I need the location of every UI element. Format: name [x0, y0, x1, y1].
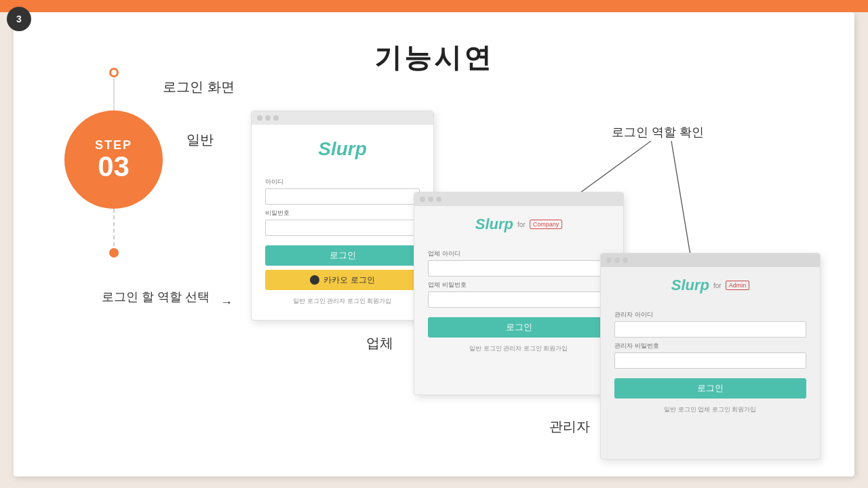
general-id-input[interactable] [265, 188, 420, 205]
company-login-button[interactable]: 로그인 [428, 317, 610, 338]
admin-pw-label: 관리자 비밀번호 [614, 342, 806, 350]
admin-id-label: 관리자 아이디 [614, 310, 806, 319]
step-circle: STEP 03 [64, 110, 163, 209]
company-dot-3 [436, 197, 441, 202]
company-slurp-logo: Slurp [475, 216, 513, 233]
company-card-header [414, 192, 623, 206]
company-login-card: Slurp for Company 업체 아이디 업체 비밀번호 로그인 일반 … [414, 192, 624, 395]
admin-login-card: Slurp for Admin 관리자 아이디 관리자 비밀번호 로그인 일반 … [600, 253, 821, 460]
general-card-body: 아이디 비밀번호 로그인 카카오 로그인 일반 로그인 관리자 로그인 회원가입 [252, 168, 433, 318]
company-dot-2 [428, 197, 433, 202]
admin-dot-3 [623, 258, 628, 263]
admin-logo-row: Slurp for Admin [601, 267, 820, 301]
company-dot-1 [420, 197, 425, 202]
kakao-btn-label: 카카오 로그인 [323, 274, 374, 286]
header-dot-2 [265, 115, 271, 121]
company-pw-label: 업체 비밀번호 [428, 281, 610, 289]
general-footer-links: 일반 로그인 관리자 로그인 회원가입 [265, 297, 420, 312]
admin-footer-links: 일반 로그인 업체 로그인 회원가입 [614, 405, 806, 421]
label-login-screen: 로그인 화면 [163, 78, 235, 96]
admin-id-input[interactable] [614, 321, 806, 338]
main-slide: 기능시연 STEP 03 로그인 화면 일반 업체 관리자 로그인 할 역할 선… [14, 12, 854, 476]
general-login-button[interactable]: 로그인 [265, 245, 420, 266]
admin-for-label: for [713, 282, 722, 289]
label-company: 업체 [366, 334, 393, 352]
admin-pw-input[interactable] [614, 352, 806, 369]
label-role-confirm: 로그인 역할 확인 [612, 124, 704, 140]
admin-login-button[interactable]: 로그인 [614, 378, 806, 399]
top-accent-bar [0, 0, 868, 12]
company-card-body: 업체 아이디 업체 비밀번호 로그인 일반 로그인 관리자 로그인 회원가입 [414, 240, 623, 365]
company-for-label: for [517, 221, 526, 228]
company-footer-links: 일반 로그인 관리자 로그인 회원가입 [428, 344, 610, 360]
admin-role-badge: Admin [726, 281, 750, 290]
general-login-card: Slurp 아이디 비밀번호 로그인 카카오 로그인 일반 로그인 관리자 로그… [251, 110, 434, 321]
company-logo-row: Slurp for Company [414, 206, 623, 240]
vline-top-dot [109, 68, 119, 77]
label-role-select: 로그인 할 역할 선택 [102, 289, 210, 305]
company-role-badge: Company [530, 220, 563, 229]
admin-dot-2 [614, 258, 620, 263]
slide-number-badge: 3 [7, 7, 31, 31]
general-id-label: 아이디 [265, 178, 420, 186]
header-dot-1 [257, 115, 262, 121]
company-id-label: 업체 아이디 [428, 249, 610, 258]
label-general: 일반 [186, 131, 214, 149]
general-kakao-button[interactable]: 카카오 로그인 [265, 270, 420, 290]
company-id-input[interactable] [428, 260, 610, 277]
card-header-general [252, 111, 433, 125]
vline-bottom-connector [113, 209, 115, 253]
svg-line-1 [671, 141, 692, 263]
admin-dot-1 [606, 258, 612, 263]
general-pw-label: 비밀번호 [265, 209, 420, 218]
admin-card-header [601, 253, 820, 267]
vline-top-connector [113, 72, 115, 110]
step-number: 03 [98, 152, 130, 181]
admin-card-body: 관리자 아이디 관리자 비밀번호 로그인 일반 로그인 업체 로그인 회원가입 [601, 301, 820, 426]
general-pw-input[interactable] [265, 220, 420, 236]
arrow-role: → [220, 296, 233, 310]
page-title: 기능시연 [14, 33, 854, 77]
general-slurp-logo: Slurp [252, 125, 433, 168]
header-dot-3 [273, 115, 279, 121]
company-pw-input[interactable] [428, 291, 610, 308]
vline-bottom-dot [109, 248, 119, 258]
label-admin: 관리자 [549, 418, 590, 436]
admin-slurp-logo: Slurp [671, 277, 709, 294]
kakao-icon [310, 275, 319, 285]
